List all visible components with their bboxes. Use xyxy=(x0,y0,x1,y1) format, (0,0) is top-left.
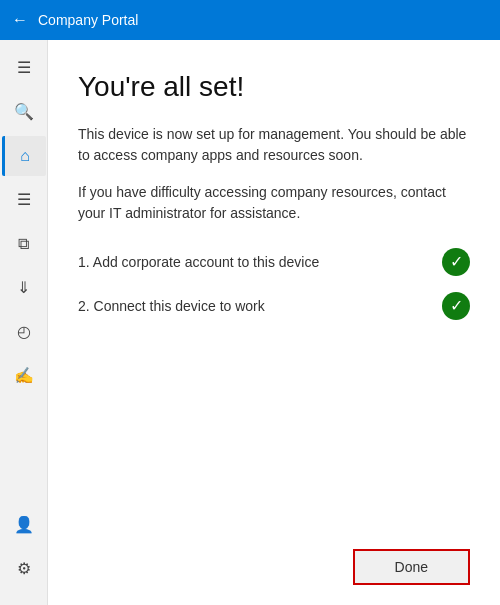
step-item-1: 1. Add corporate account to this device … xyxy=(78,248,470,276)
title-bar: ← Company Portal xyxy=(0,0,500,40)
done-button[interactable]: Done xyxy=(353,549,470,585)
step-2-checkmark: ✓ xyxy=(442,292,470,320)
sidebar-item-categories[interactable]: ⧉ xyxy=(2,224,46,264)
feedback-icon: ✍ xyxy=(14,368,34,384)
menu-icon: ☰ xyxy=(17,60,31,76)
sidebar-item-apps[interactable]: ☰ xyxy=(2,180,46,220)
step-1-checkmark: ✓ xyxy=(442,248,470,276)
page-title: You're all set! xyxy=(78,70,470,104)
step-item-2: 2. Connect this device to work ✓ xyxy=(78,292,470,320)
sidebar-item-account[interactable]: 👤 xyxy=(2,505,46,545)
device-icon: ◴ xyxy=(17,324,31,340)
sidebar-item-downloads[interactable]: ⇓ xyxy=(2,268,46,308)
footer: Done xyxy=(78,529,470,585)
back-button[interactable]: ← xyxy=(12,11,28,29)
sidebar: ☰ 🔍 ⌂ ☰ ⧉ ⇓ ◴ xyxy=(0,40,48,605)
sidebar-item-feedback[interactable]: ✍ xyxy=(2,356,46,396)
search-icon: 🔍 xyxy=(14,104,34,120)
description-second: If you have difficulty accessing company… xyxy=(78,182,470,224)
app-body: ☰ 🔍 ⌂ ☰ ⧉ ⇓ ◴ xyxy=(0,40,500,605)
main-content: You're all set! This device is now set u… xyxy=(48,40,500,605)
step-2-text: 2. Connect this device to work xyxy=(78,298,430,314)
user-icon: 👤 xyxy=(14,517,34,533)
download-icon: ⇓ xyxy=(17,280,30,296)
sidebar-item-search[interactable]: 🔍 xyxy=(2,92,46,132)
step-1-text: 1. Add corporate account to this device xyxy=(78,254,430,270)
sidebar-item-devices[interactable]: ◴ xyxy=(2,312,46,352)
steps-list: 1. Add corporate account to this device … xyxy=(78,248,470,320)
apps-list-icon: ☰ xyxy=(17,192,31,208)
sidebar-item-menu[interactable]: ☰ xyxy=(2,48,46,88)
grid-categories-icon: ⧉ xyxy=(18,236,29,252)
settings-icon: ⚙ xyxy=(17,561,31,577)
sidebar-bottom: 👤 ⚙ xyxy=(2,505,46,597)
app-title: Company Portal xyxy=(38,12,138,28)
home-icon: ⌂ xyxy=(20,148,30,164)
sidebar-item-home[interactable]: ⌂ xyxy=(2,136,46,176)
sidebar-item-settings[interactable]: ⚙ xyxy=(2,549,46,589)
sidebar-top: ☰ 🔍 ⌂ ☰ ⧉ ⇓ ◴ xyxy=(2,48,46,505)
description-first: This device is now set up for management… xyxy=(78,124,470,166)
